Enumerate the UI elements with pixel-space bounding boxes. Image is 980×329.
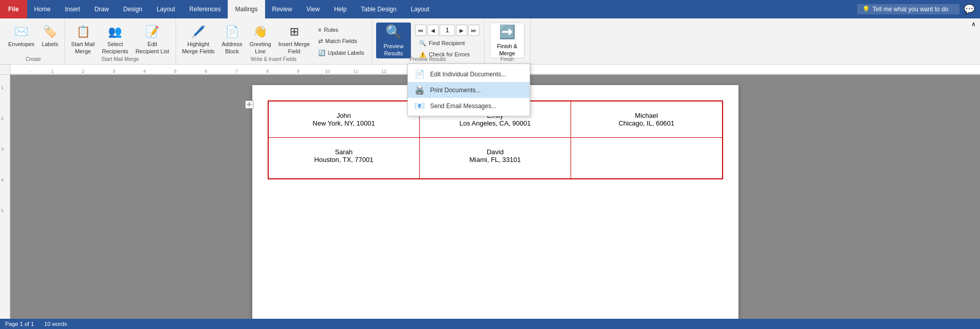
nav-record-input[interactable] (440, 25, 455, 36)
insert-merge-icon: ⊞ (290, 25, 299, 39)
print-documents-item[interactable]: 🖨️ Print Documents... (408, 82, 530, 98)
ribbon-tabs: File Home Insert Draw Design Layout Refe… (0, 0, 980, 18)
edit-recipient-list-button[interactable]: 📝 Edit Recipient List (133, 23, 172, 57)
nav-last-button[interactable]: ⏭ (468, 25, 480, 36)
tab-help[interactable]: Help (327, 0, 354, 18)
label-name-3: Michael (586, 112, 707, 119)
highlight-merge-fields-button[interactable]: 🖊️ Highlight Merge Fields (179, 23, 218, 57)
greeting-icon: 👋 (253, 25, 267, 39)
finish-merge-dropdown: 📄 Edit Individual Documents... 🖨️ Print … (407, 64, 530, 116)
tab-mailings[interactable]: Mailings (228, 0, 265, 18)
envelopes-button[interactable]: ✉️ Envelopes (5, 23, 37, 50)
address-block-icon: 📄 (225, 25, 239, 39)
start-merge-icon: 📋 (76, 25, 90, 39)
label-address-3: Chicago, IL, 60601 (586, 119, 707, 127)
label-cell-6 (571, 138, 723, 179)
move-handle[interactable]: ✛ (245, 100, 253, 109)
tab-review[interactable]: Review (265, 0, 299, 18)
preview-results-button[interactable]: 🔍 Preview Results (376, 23, 411, 58)
ribbon-right-area: 💡 Tell me what you want to do 💬 (857, 0, 980, 18)
comments-icon[interactable]: 💬 (964, 4, 975, 15)
ribbon: ✉️ Envelopes 🏷️ Labels Create 📋 Start Ma… (0, 18, 980, 65)
mail-merge-buttons: 📋 Start Mail Merge 👥 Select Recipients 📝… (68, 20, 172, 56)
edit-recipient-icon: 📝 (145, 25, 159, 39)
label-address-2: Los Angeles, CA, 90001 (435, 119, 555, 127)
tab-table-layout[interactable]: Layout (404, 0, 437, 18)
label-name-5: David (435, 148, 555, 156)
update-labels-icon: 🔄 (318, 49, 325, 56)
group-preview-results: 🔍 Preview Results ⏮ ◀ ▶ ⏭ 🔍 Find Recipie… (372, 18, 485, 64)
group-start-mail-merge: 📋 Start Mail Merge 👥 Select Recipients 📝… (65, 18, 176, 64)
rules-button[interactable]: ≡ Rules (314, 25, 368, 35)
lightbulb-icon: 💡 (862, 6, 870, 13)
select-recipients-icon: 👥 (108, 25, 122, 39)
preview-right-col: ⏮ ◀ ▶ ⏭ 🔍 Find Recipient ⚠️ Check for Er… (412, 23, 480, 60)
send-email-messages-item[interactable]: 📧 Send Email Messages... (408, 98, 530, 114)
create-label: Create (2, 56, 64, 62)
ruler-corner (0, 65, 10, 74)
tab-design[interactable]: Design (116, 0, 149, 18)
preview-buttons: 🔍 Preview Results ⏮ ◀ ▶ ⏭ 🔍 Find Recipie… (376, 20, 480, 56)
greeting-line-button[interactable]: 👋 Greeting Line (247, 23, 274, 57)
document-page: ✛ John New York, NY, 10001 Emily Los Ang… (252, 85, 738, 319)
labels-row-2: Sarah Houston, TX, 77001 David Miami, FL… (268, 138, 723, 179)
tab-home[interactable]: Home (27, 0, 58, 18)
match-fields-icon: ⇄ (318, 37, 323, 45)
nav-controls: ⏮ ◀ ▶ ⏭ (415, 25, 480, 36)
edit-individual-icon: 📄 (414, 69, 425, 79)
start-mail-merge-label: Start Mail Merge (65, 56, 176, 62)
insert-merge-field-button[interactable]: ⊞ Insert Merge Field (275, 23, 313, 57)
nav-next-button[interactable]: ▶ (456, 25, 467, 36)
tab-layout[interactable]: Layout (149, 0, 182, 18)
vertical-ruler: 1 2 3 4 5 (0, 75, 10, 319)
label-name-1: John (284, 112, 404, 119)
write-insert-label: Write & Insert Fields (176, 56, 372, 62)
tell-me-text: Tell me what you want to do (873, 6, 948, 13)
tell-me-box[interactable]: 💡 Tell me what you want to do (857, 4, 960, 14)
group-create: ✉️ Envelopes 🏷️ Labels Create (2, 18, 65, 64)
send-email-label: Send Email Messages... (430, 102, 496, 110)
find-recipient-button[interactable]: 🔍 Find Recipient (415, 38, 480, 48)
tab-file[interactable]: File (0, 0, 27, 18)
label-cell-4: Sarah Houston, TX, 77001 (268, 138, 420, 179)
tab-draw[interactable]: Draw (88, 0, 116, 18)
labels-button[interactable]: 🏷️ Labels (38, 23, 61, 50)
preview-results-icon: 🔍 (385, 24, 402, 41)
label-cell-5: David Miami, FL, 33101 (420, 138, 571, 179)
tab-insert[interactable]: Insert (58, 0, 88, 18)
label-name-4: Sarah (284, 148, 404, 156)
nav-prev-button[interactable]: ◀ (427, 25, 439, 36)
tab-table-design[interactable]: Table Design (354, 0, 403, 18)
tab-view[interactable]: View (299, 0, 327, 18)
rules-col: ≡ Rules ⇄ Match Fields 🔄 Update Labels (314, 23, 368, 58)
create-buttons: ✉️ Envelopes 🏷️ Labels (5, 20, 61, 56)
select-recipients-button[interactable]: 👥 Select Recipients (99, 23, 131, 57)
tab-references[interactable]: References (182, 0, 228, 18)
start-mail-merge-button[interactable]: 📋 Start Mail Merge (68, 23, 98, 57)
status-bar: Page 1 of 1 10 words (0, 319, 980, 329)
label-address-4: Houston, TX, 77001 (284, 156, 404, 163)
finish-buttons: ➡️ Finish & Merge (490, 20, 525, 56)
chevron-up-icon: ∧ (971, 20, 976, 28)
find-recipient-icon: 🔍 (419, 39, 426, 47)
rules-icon: ≡ (318, 26, 321, 33)
print-documents-label: Print Documents... (430, 87, 481, 94)
finish-merge-button[interactable]: ➡️ Finish & Merge (490, 23, 525, 58)
nav-first-button[interactable]: ⏮ (415, 25, 426, 36)
group-finish: ➡️ Finish & Merge Finish 📄 Edit Individu… (485, 18, 531, 64)
preview-results-label: Preview Results (372, 56, 484, 62)
match-fields-button[interactable]: ⇄ Match Fields (314, 36, 368, 46)
label-cell-3: Michael Chicago, IL, 60601 (571, 101, 723, 138)
highlight-icon: 🖊️ (191, 25, 205, 39)
edit-individual-label: Edit Individual Documents... (430, 71, 507, 78)
ribbon-collapse[interactable]: ∧ (971, 18, 978, 64)
word-count: 10 words (44, 321, 67, 327)
envelope-icon: ✉️ (14, 25, 28, 39)
finish-merge-icon: ➡️ (499, 24, 515, 41)
finish-label: Finish (485, 56, 530, 62)
edit-individual-docs-item[interactable]: 📄 Edit Individual Documents... (408, 66, 530, 82)
write-insert-buttons: 🖊️ Highlight Merge Fields 📄 Address Bloc… (179, 20, 368, 56)
labels-icon: 🏷️ (43, 25, 57, 39)
address-block-button[interactable]: 📄 Address Block (219, 23, 245, 57)
group-write-insert: 🖊️ Highlight Merge Fields 📄 Address Bloc… (176, 18, 372, 64)
